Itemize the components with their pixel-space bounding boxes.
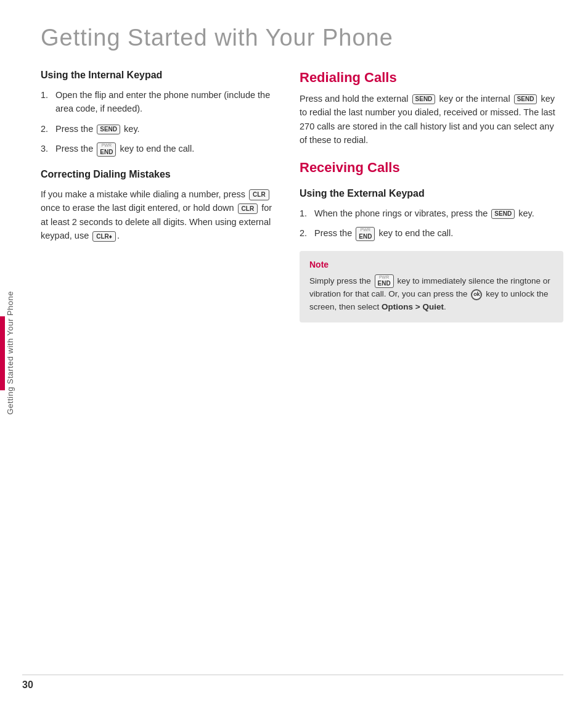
sidebar-tab: Getting Started with Your Phone [0,0,20,706]
right-step-1-number: 1. [300,207,311,220]
step-2-prefix: Press the [55,124,93,134]
left-step-2: 2. Press the SEND key. [41,122,275,136]
step-3-suffix: key to end the call. [120,144,194,154]
right-step-1-prefix: When the phone rings or vibrates, press … [314,208,488,218]
section-correcting-heading: Correcting Dialing Mistakes [41,169,275,180]
step-1-number: 1. [41,88,52,116]
page-title: Getting Started with Your Phone [41,25,563,51]
clr-key-badge-1: CLR [249,189,269,200]
sidebar-red-bar [0,316,5,390]
step-3-prefix: Press the [55,144,93,154]
section-external-keypad-heading: Using the External Keypad [300,188,563,199]
left-step-3: 3. Press the PWR END key to end the call… [41,142,275,156]
note-title: Note [309,260,553,269]
send-key-external: SEND [412,94,436,104]
send-key-internal: SEND [514,94,537,104]
page-number: 30 [22,679,33,691]
right-step-2-text: Press the PWR END key to end the call. [314,226,563,240]
end-key-badge-2: PWR END [356,227,375,240]
step-1-text: Open the flip and enter the phone number… [55,88,275,116]
right-step-1-text: When the phone rings or vibrates, press … [314,207,563,220]
redialing-text: Press and hold the external SEND key or … [300,92,563,147]
clr-key-badge-3: CLR♦ [92,231,116,242]
send-key-receive: SEND [491,209,515,219]
step-2-text: Press the SEND key. [55,122,275,136]
note-box: Note Simply press the PWR END key to imm… [300,251,563,322]
end-key-badge-1: PWR END [97,142,116,156]
right-step-2-suffix: key to end the call. [378,228,453,238]
right-step-2-number: 2. [300,226,311,240]
step-2-suffix: key. [124,124,140,134]
sidebar-tab-label: Getting Started with Your Phone [6,285,15,421]
right-step-2-prefix: Press the [314,228,352,238]
left-step-1: 1. Open the flip and enter the phone num… [41,88,275,116]
section-redialing-heading: Redialing Calls [300,70,563,86]
bottom-line [22,675,563,675]
step-3-text: Press the PWR END key to end the call. [55,142,275,156]
section-internal-keypad-heading: Using the Internal Keypad [41,70,275,81]
send-key-badge-1: SEND [97,125,120,134]
two-column-layout: Using the Internal Keypad 1. Open the fl… [41,70,563,322]
ok-key-note: ok [471,289,482,300]
right-step-2: 2. Press the PWR END key to end the call… [300,226,563,240]
right-step-1: 1. When the phone rings or vibrates, pre… [300,207,563,220]
step-3-number: 3. [41,142,52,156]
correction-text: If you make a mistake while dialing a nu… [41,187,275,243]
step-2-number: 2. [41,122,52,136]
end-key-note: PWR END [375,274,394,288]
right-column: Redialing Calls Press and hold the exter… [300,70,563,322]
right-step-1-suffix: key. [518,208,534,218]
section-receiving-heading: Receiving Calls [300,160,563,176]
main-content: Getting Started with Your Phone Using th… [22,0,588,706]
clr-key-badge-2: CLR [238,203,258,215]
left-column: Using the Internal Keypad 1. Open the fl… [41,70,275,322]
note-text: Simply press the PWR END key to immediat… [309,274,553,314]
